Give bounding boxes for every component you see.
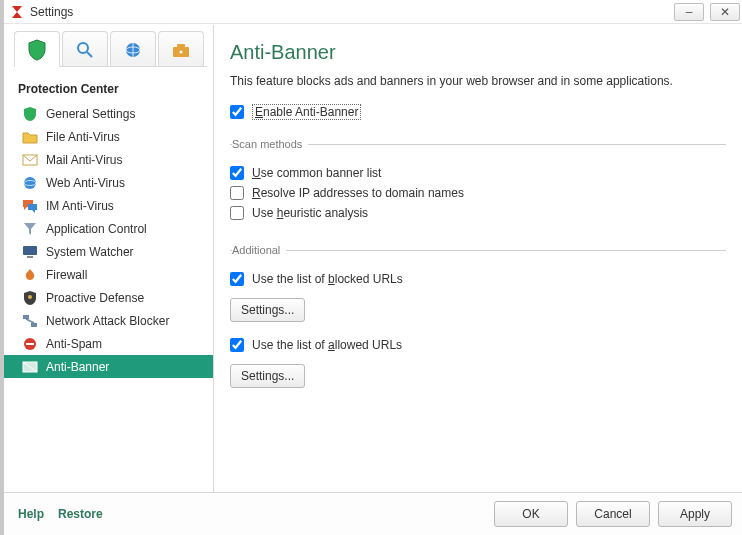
tab-advanced[interactable] [158, 31, 204, 67]
funnel-icon [22, 221, 38, 237]
svg-line-2 [87, 52, 92, 57]
tab-protection[interactable] [14, 31, 60, 67]
ok-button[interactable]: OK [494, 501, 568, 527]
svg-rect-20 [26, 343, 34, 345]
shield-small-icon [22, 106, 38, 122]
sidebar-nav: General Settings File Anti-Virus Mail An… [4, 102, 213, 384]
sidebar-item-firewall[interactable]: Firewall [4, 263, 213, 286]
scan-methods-legend: Scan methods [232, 138, 308, 150]
footer: Help Restore OK Cancel Apply [4, 493, 742, 535]
sidebar-item-mail-av[interactable]: Mail Anti-Virus [4, 148, 213, 171]
sidebar-item-label: IM Anti-Virus [46, 199, 114, 213]
toolbox-icon [171, 41, 191, 59]
svg-point-10 [24, 177, 36, 189]
sidebar-item-label: Proactive Defense [46, 291, 144, 305]
svg-rect-14 [27, 256, 33, 258]
shield-icon [27, 39, 47, 61]
content-pane: Anti-Banner This feature blocks ads and … [214, 25, 742, 492]
apply-button[interactable]: Apply [658, 501, 732, 527]
use-common-banner-list-checkbox[interactable] [230, 166, 244, 180]
heuristic-checkbox[interactable] [230, 206, 244, 220]
resolve-ip-checkbox[interactable] [230, 186, 244, 200]
svg-point-8 [180, 50, 183, 53]
help-link[interactable]: Help [18, 507, 44, 521]
folder-icon [22, 129, 38, 145]
sidebar-item-label: File Anti-Virus [46, 130, 120, 144]
sidebar-item-app-control[interactable]: Application Control [4, 217, 213, 240]
minimize-button[interactable]: – [674, 3, 704, 21]
resolve-ip-label[interactable]: Resolve IP addresses to domain names [252, 186, 464, 200]
additional-group: Additional Use the list of blocked URLs … [230, 244, 726, 388]
close-button[interactable]: ✕ [710, 3, 740, 21]
mail-icon [22, 152, 38, 168]
firewall-icon [22, 267, 38, 283]
svg-marker-0 [12, 6, 22, 18]
heuristic-label[interactable]: Use heuristic analysis [252, 206, 368, 220]
enable-anti-banner-row: Enable Anti-Banner [230, 104, 726, 120]
allowed-urls-checkbox[interactable] [230, 338, 244, 352]
sidebar-item-label: System Watcher [46, 245, 134, 259]
blocked-urls-label[interactable]: Use the list of blocked URLs [252, 272, 403, 286]
svg-point-1 [78, 43, 88, 53]
tab-update[interactable] [110, 31, 156, 67]
network-icon [22, 313, 38, 329]
sidebar-item-system-watcher[interactable]: System Watcher [4, 240, 213, 263]
window-title: Settings [30, 5, 73, 19]
page-description: This feature blocks ads and banners in y… [230, 74, 726, 88]
sidebar-item-label: Application Control [46, 222, 147, 236]
blocked-settings-button[interactable]: Settings... [230, 298, 305, 322]
globe-small-icon [22, 175, 38, 191]
blocked-urls-checkbox[interactable] [230, 272, 244, 286]
sidebar-item-label: Mail Anti-Virus [46, 153, 122, 167]
sidebar-tabs [4, 29, 213, 67]
allowed-urls-label[interactable]: Use the list of allowed URLs [252, 338, 402, 352]
sidebar-item-im-av[interactable]: IM Anti-Virus [4, 194, 213, 217]
page-title: Anti-Banner [230, 41, 726, 64]
tab-scan[interactable] [62, 31, 108, 67]
allowed-settings-button[interactable]: Settings... [230, 364, 305, 388]
scan-methods-group: Scan methods Use common banner list Reso… [230, 138, 726, 226]
additional-legend: Additional [232, 244, 286, 256]
globe-icon [123, 40, 143, 60]
banner-icon [22, 359, 38, 375]
sidebar-item-network-attack[interactable]: Network Attack Blocker [4, 309, 213, 332]
svg-line-18 [26, 319, 34, 323]
sidebar-item-label: Firewall [46, 268, 87, 282]
sidebar-item-label: Network Attack Blocker [46, 314, 169, 328]
cancel-button[interactable]: Cancel [576, 501, 650, 527]
use-common-banner-list-label[interactable]: Use common banner list [252, 166, 381, 180]
svg-rect-13 [23, 246, 37, 255]
svg-rect-16 [23, 315, 29, 319]
restore-link[interactable]: Restore [58, 507, 103, 521]
sidebar-section-title: Protection Center [4, 68, 213, 102]
svg-point-15 [28, 295, 32, 299]
chat-icon [22, 198, 38, 214]
monitor-icon [22, 244, 38, 260]
enable-label[interactable]: Enable Anti-Banner [252, 104, 361, 120]
sidebar-item-label: Web Anti-Virus [46, 176, 125, 190]
sidebar-item-proactive-defense[interactable]: Proactive Defense [4, 286, 213, 309]
magnifier-icon [75, 40, 95, 60]
sidebar-item-anti-spam[interactable]: Anti-Spam [4, 332, 213, 355]
sidebar: Protection Center General Settings File … [4, 25, 214, 492]
sidebar-item-label: General Settings [46, 107, 135, 121]
dark-shield-icon [22, 290, 38, 306]
enable-checkbox[interactable] [230, 105, 244, 119]
title-bar: Settings – ✕ [4, 0, 742, 24]
no-entry-icon [22, 336, 38, 352]
sidebar-item-file-av[interactable]: File Anti-Virus [4, 125, 213, 148]
sidebar-item-web-av[interactable]: Web Anti-Virus [4, 171, 213, 194]
sidebar-item-anti-banner[interactable]: Anti-Banner [4, 355, 213, 378]
svg-marker-12 [24, 223, 36, 235]
sidebar-item-general-settings[interactable]: General Settings [4, 102, 213, 125]
sidebar-item-label: Anti-Banner [46, 360, 109, 374]
svg-rect-17 [31, 323, 37, 327]
sidebar-item-label: Anti-Spam [46, 337, 102, 351]
app-icon [10, 5, 24, 19]
svg-rect-7 [177, 44, 185, 48]
